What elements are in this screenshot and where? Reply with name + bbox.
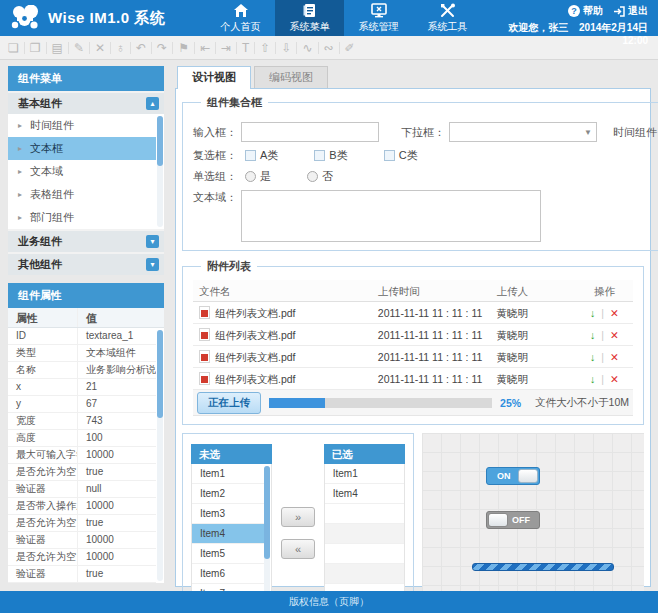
property-row[interactable]: 名称业务影响分析说明 <box>8 362 156 379</box>
toolbar-text-icon[interactable]: T <box>236 42 249 54</box>
toolbar-outdent-icon[interactable]: ⇤ <box>194 42 210 54</box>
checkbox-icon[interactable] <box>314 150 325 161</box>
checkbox-icon[interactable] <box>245 150 256 161</box>
list-item-selected[interactable]: Item4 <box>192 524 264 544</box>
property-row[interactable]: 类型文本域组件 <box>8 345 156 362</box>
attachment-row: 组件列表文档.pdf 2011-11-11 11 : 11 : 11 黄晓明 ↓… <box>193 346 633 368</box>
menu-scrollbar[interactable] <box>157 116 163 227</box>
property-row[interactable]: 最大可输入字符数10000 <box>8 447 156 464</box>
toolbar-indent-icon[interactable]: ⇥ <box>215 42 231 54</box>
menu-item-time-component[interactable]: 时间组件 <box>8 114 156 137</box>
property-row[interactable]: 验证器null <box>8 481 156 498</box>
move-left-button[interactable]: « <box>281 539 315 559</box>
toolbar-open-icon[interactable]: ❐ <box>24 42 41 54</box>
accordion-business-components[interactable]: 业务组件 ▾ <box>8 229 164 252</box>
checkbox-option-a[interactable]: A类 <box>237 148 278 163</box>
dropdown-select[interactable]: ▼ <box>449 122 597 142</box>
properties-scrollbar[interactable] <box>157 330 163 581</box>
toolbar-edit-icon[interactable]: ✎ <box>68 42 84 54</box>
property-row[interactable]: 是否允许为空10000 <box>8 549 156 566</box>
radio-option-yes[interactable]: 是 <box>237 169 271 184</box>
property-row[interactable]: x21 <box>8 379 156 396</box>
file-name[interactable]: 组件列表文档.pdf <box>215 346 296 368</box>
property-row[interactable]: 是否带入操作原因10000 <box>8 498 156 515</box>
accordion-basic-components[interactable]: 基本组件 ▴ <box>8 91 164 114</box>
collapse-icon[interactable]: ▴ <box>146 97 159 110</box>
toolbar-undo-icon[interactable]: ↶ <box>130 42 146 54</box>
checkbox-option-b[interactable]: B类 <box>306 148 347 163</box>
menu-item-textbox[interactable]: 文本框 <box>8 137 156 160</box>
menu-item-table-component[interactable]: 表格组件 <box>8 183 156 206</box>
uploading-button[interactable]: 正在上传 <box>197 392 261 414</box>
toggle-switch-off[interactable]: OFF <box>486 511 540 529</box>
tab-code-view[interactable]: 编码视图 <box>254 66 328 88</box>
download-icon[interactable]: ↓ <box>590 329 595 341</box>
radio-option-no[interactable]: 否 <box>299 169 333 184</box>
transfer-empty-row <box>325 504 404 524</box>
toggle-switch-on[interactable]: ON <box>486 467 540 485</box>
menu-item-department-component[interactable]: 部门组件 <box>8 206 156 229</box>
text-input[interactable] <box>241 122 379 142</box>
file-name[interactable]: 组件列表文档.pdf <box>215 368 296 390</box>
radio-icon[interactable] <box>307 171 318 182</box>
expand-icon[interactable]: ▾ <box>146 235 159 248</box>
toolbar-delete-icon[interactable]: ✕ <box>89 42 105 54</box>
list-item[interactable]: Item1 <box>325 464 404 484</box>
property-row[interactable]: 是否允许为空true <box>8 515 156 532</box>
toggle-knob[interactable] <box>488 513 508 527</box>
checkbox-option-c[interactable]: C类 <box>376 148 418 163</box>
toolbar-download-icon[interactable]: ⇩ <box>275 42 291 54</box>
list-item[interactable]: Item2 <box>192 484 264 504</box>
component-collection-fieldset: 组件集合框 输入框： 下拉框： ▼ 时间组件： 2012-07-01 复选框： … <box>182 95 658 251</box>
file-name[interactable]: 组件列表文档.pdf <box>215 324 296 346</box>
textarea-field[interactable] <box>241 190 541 242</box>
download-icon[interactable]: ↓ <box>590 373 595 385</box>
accordion-other-components[interactable]: 其他组件 ▾ <box>8 252 164 275</box>
list-item[interactable]: Item5 <box>192 544 264 564</box>
toolbar-new-icon[interactable]: ❏ <box>8 42 19 54</box>
list-item[interactable]: Item4 <box>325 484 404 504</box>
toolbar-line-icon[interactable]: ∿ <box>296 42 312 54</box>
nav-item-system-admin[interactable]: 系统管理 <box>344 0 413 36</box>
toolbar-publish-icon[interactable]: ♁ <box>110 42 125 54</box>
property-row[interactable]: y67 <box>8 396 156 413</box>
download-icon[interactable]: ↓ <box>590 307 595 319</box>
list-item[interactable]: Item1 <box>192 464 264 484</box>
nav-item-home[interactable]: 个人首页 <box>206 0 275 36</box>
delete-icon[interactable]: ✕ <box>610 307 619 319</box>
scrollbar-thumb[interactable] <box>157 330 163 418</box>
expand-icon[interactable]: ▾ <box>146 258 159 271</box>
toolbar-curve-icon[interactable]: ∾ <box>318 42 334 54</box>
tab-design-view[interactable]: 设计视图 <box>177 66 251 89</box>
toolbar-upload-icon[interactable]: ⇧ <box>254 42 270 54</box>
menu-item-textarea[interactable]: 文本域 <box>8 160 156 183</box>
toolbar-pencil-icon[interactable]: ✐ <box>339 42 355 54</box>
property-row[interactable]: 验证器true <box>8 566 156 583</box>
checkbox-icon[interactable] <box>384 150 395 161</box>
nav-item-system-menu[interactable]: 系统菜单 <box>275 0 344 36</box>
logout-link[interactable]: 退出 <box>613 4 648 18</box>
page-footer: 版权信息（页脚） <box>0 591 658 613</box>
property-row[interactable]: 宽度743 <box>8 413 156 430</box>
radio-icon[interactable] <box>245 171 256 182</box>
delete-icon[interactable]: ✕ <box>610 351 619 363</box>
scrollbar-thumb[interactable] <box>157 116 163 166</box>
list-item[interactable]: Item6 <box>192 564 264 584</box>
property-row[interactable]: 是否允许为空true <box>8 464 156 481</box>
property-row[interactable]: IDtextarea_1 <box>8 328 156 345</box>
property-row[interactable]: 验证器10000 <box>8 532 156 549</box>
toolbar-flag-icon[interactable]: ⚑ <box>172 42 189 54</box>
file-name[interactable]: 组件列表文档.pdf <box>215 302 296 324</box>
help-link[interactable]: ? 帮助 <box>568 4 603 18</box>
property-row[interactable]: 高度100 <box>8 430 156 447</box>
scrollbar-thumb[interactable] <box>264 466 270 559</box>
toggle-knob[interactable] <box>518 469 538 483</box>
toolbar-redo-icon[interactable]: ↷ <box>151 42 167 54</box>
delete-icon[interactable]: ✕ <box>610 373 619 385</box>
list-item[interactable]: Item3 <box>192 504 264 524</box>
nav-item-system-tools[interactable]: 系统工具 <box>413 0 482 36</box>
delete-icon[interactable]: ✕ <box>610 329 619 341</box>
move-right-button[interactable]: » <box>281 507 315 527</box>
toolbar-save-icon[interactable]: ▤ <box>46 42 63 54</box>
download-icon[interactable]: ↓ <box>590 351 595 363</box>
